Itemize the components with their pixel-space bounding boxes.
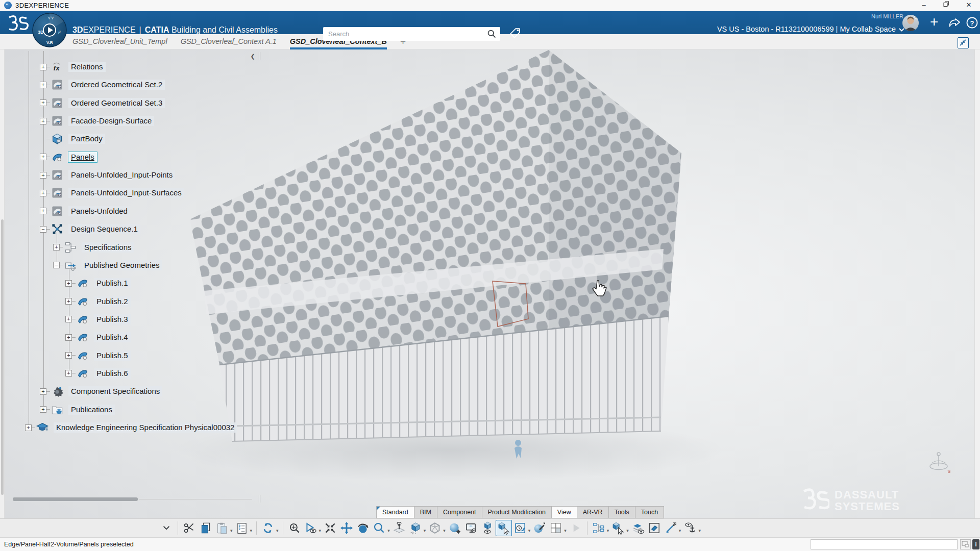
dropdown-caret-icon[interactable]: ▾ xyxy=(528,528,531,533)
doc-tab-gsd-cloverleaf-context-a-1[interactable]: GSD_Cloverleaf_Context A.1 xyxy=(181,34,277,49)
screen-settings-button[interactable] xyxy=(463,520,479,536)
tree-item-knowledge-engineering-specification-physical00032[interactable]: +Knowledge Engineering Specification Phy… xyxy=(25,419,237,436)
close-button[interactable]: ✕ xyxy=(958,0,980,11)
tree-splitter-grip[interactable] xyxy=(258,52,258,60)
tree-item-publish-3[interactable]: +Publish.3 xyxy=(65,311,131,328)
dropdown-caret-icon[interactable]: ▾ xyxy=(319,528,322,533)
collapse-icon[interactable]: − xyxy=(40,226,46,233)
tree-item-relations[interactable]: +fxRelations xyxy=(40,58,106,76)
dropdown-caret-icon[interactable]: ▾ xyxy=(564,528,567,533)
dropdown-caret-icon[interactable]: ▾ xyxy=(230,528,233,533)
expand-icon[interactable]: + xyxy=(65,370,72,377)
tree-splitter-grip-bottom[interactable] xyxy=(260,495,260,503)
avatar[interactable] xyxy=(902,15,919,31)
user-name[interactable]: Nuri MILLER xyxy=(871,13,903,19)
dropdown-caret-icon[interactable]: ▾ xyxy=(626,528,629,533)
doc-tab-gsd-cloverleaf-unit-templ[interactable]: GSD_Cloverleaf_Unit_Templ xyxy=(72,34,167,49)
add-content-button[interactable]: + xyxy=(930,14,938,30)
dropdown-caret-icon[interactable]: ▾ xyxy=(698,528,701,533)
search-icon[interactable] xyxy=(486,29,497,39)
help-button[interactable]: ? xyxy=(966,17,978,31)
collapse-action-bar-button[interactable] xyxy=(158,520,175,536)
tree-item-label[interactable]: Publish.6 xyxy=(94,368,131,379)
expand-icon[interactable]: + xyxy=(40,64,46,70)
expand-icon[interactable]: + xyxy=(25,424,32,431)
expand-icon[interactable]: + xyxy=(40,388,46,395)
tree-item-facade-design-surface[interactable]: +Facade-Design-Surface xyxy=(40,112,154,130)
minimize-button[interactable]: – xyxy=(913,0,935,11)
toolbar-tab-bim[interactable]: BIM xyxy=(414,506,437,518)
tree-item-label[interactable]: Panels-Unfolded xyxy=(68,206,130,216)
expand-icon[interactable]: + xyxy=(65,334,72,341)
dropdown-caret-icon[interactable]: ▾ xyxy=(607,528,609,533)
dropdown-caret-icon[interactable]: ▾ xyxy=(276,528,279,533)
anchor-view-button[interactable] xyxy=(682,520,698,536)
tree-item-panels-unfolded-input-surfaces[interactable]: +Panels-Unfolded_Input-Surfaces xyxy=(40,184,184,202)
toolbar-tab-product-modification[interactable]: Product Modification xyxy=(482,506,552,518)
tree-item-label[interactable]: Publish.1 xyxy=(94,278,131,288)
dropdown-caret-icon[interactable]: ▾ xyxy=(679,528,681,533)
toolbar-tab-component[interactable]: Component xyxy=(437,506,482,518)
expand-icon[interactable]: + xyxy=(40,172,46,179)
tree-item-panels-unfolded[interactable]: +Panels-Unfolded xyxy=(40,203,130,220)
3ds-logo[interactable] xyxy=(5,14,29,32)
isometric-view-button[interactable] xyxy=(407,520,424,536)
layers-visibility-button[interactable] xyxy=(630,520,646,536)
zoom-button[interactable] xyxy=(371,520,387,536)
geometry-panel-button[interactable] xyxy=(960,539,971,549)
expand-icon[interactable]: + xyxy=(53,244,60,251)
dropdown-caret-icon[interactable]: ▾ xyxy=(387,528,390,533)
tree-item-label[interactable]: Relations xyxy=(68,62,106,72)
perspective-mode-button[interactable] xyxy=(427,520,443,536)
tree-splitter-grip-bottom[interactable] xyxy=(258,495,258,503)
tree-hscrollbar-thumb[interactable] xyxy=(13,497,138,501)
tree-item-partbody[interactable]: PartBody xyxy=(40,130,105,147)
tree-item-publish-1[interactable]: +Publish.1 xyxy=(65,274,131,292)
play-button[interactable] xyxy=(568,520,584,536)
hide-show-button[interactable] xyxy=(479,520,496,536)
dropdown-caret-icon[interactable]: ▾ xyxy=(424,528,426,533)
compass-vr-label[interactable]: V.R xyxy=(46,40,53,45)
collab-space-selector[interactable]: VS US - Boston - R1132100006599 | My Col… xyxy=(717,25,904,33)
toolbar-tab-standard[interactable]: Standard xyxy=(376,506,414,518)
tree-item-label[interactable]: Ordered Geometrical Set.2 xyxy=(68,80,165,90)
tree-item-label[interactable]: Publish.5 xyxy=(94,350,131,361)
expand-icon[interactable]: + xyxy=(65,298,72,305)
expand-icon[interactable]: + xyxy=(40,118,46,124)
look-at-button[interactable] xyxy=(303,520,319,536)
tree-item-label[interactable]: Ordered Geometrical Set.3 xyxy=(68,98,165,108)
tree-item-label[interactable]: Panels-Unfolded_Input-Surfaces xyxy=(68,188,184,198)
tree-item-label[interactable]: Knowledge Engineering Specification Phys… xyxy=(54,422,237,433)
dropdown-caret-icon[interactable]: ▾ xyxy=(250,528,253,533)
render-style-button[interactable] xyxy=(447,520,463,536)
tree-item-label[interactable]: Published Geometries xyxy=(82,260,162,270)
center-view-button[interactable] xyxy=(322,520,338,536)
tree-collapse-handle[interactable]: ❮ xyxy=(249,51,257,61)
expand-icon[interactable]: + xyxy=(65,280,72,287)
work-on-support-button[interactable] xyxy=(512,520,528,536)
dropdown-caret-icon[interactable]: ▾ xyxy=(443,528,446,533)
tree-item-label[interactable]: Panels xyxy=(68,152,97,162)
restore-button[interactable] xyxy=(935,0,958,11)
tag-icon[interactable] xyxy=(508,27,522,40)
expand-icon[interactable]: + xyxy=(65,316,72,322)
expand-icon[interactable]: + xyxy=(40,82,46,88)
collapse-icon[interactable]: − xyxy=(53,262,60,268)
tree-item-panels[interactable]: +Panels xyxy=(40,148,97,166)
rotate-button[interactable] xyxy=(355,520,371,536)
tree-item-label[interactable]: PartBody xyxy=(68,134,105,144)
ambience-sketch-button[interactable] xyxy=(531,520,548,536)
measure-button[interactable] xyxy=(663,520,679,536)
action-history-button[interactable] xyxy=(234,520,250,536)
section-view-button[interactable] xyxy=(646,520,663,536)
expand-icon[interactable]: + xyxy=(40,190,46,196)
tree-item-publish-2[interactable]: +Publish.2 xyxy=(65,293,131,310)
tree-item-label[interactable]: Publish.2 xyxy=(94,296,131,307)
toolbar-tab-view[interactable]: View xyxy=(551,506,577,518)
tree-item-specifications[interactable]: +Specifications xyxy=(53,239,134,256)
tree-item-label[interactable]: Publish.4 xyxy=(94,332,131,342)
tree-splitter-grip[interactable] xyxy=(260,52,260,60)
fit-all-in-button[interactable] xyxy=(286,520,303,536)
display-mode-button[interactable] xyxy=(496,520,512,536)
tree-item-publish-6[interactable]: +Publish.6 xyxy=(65,365,131,382)
